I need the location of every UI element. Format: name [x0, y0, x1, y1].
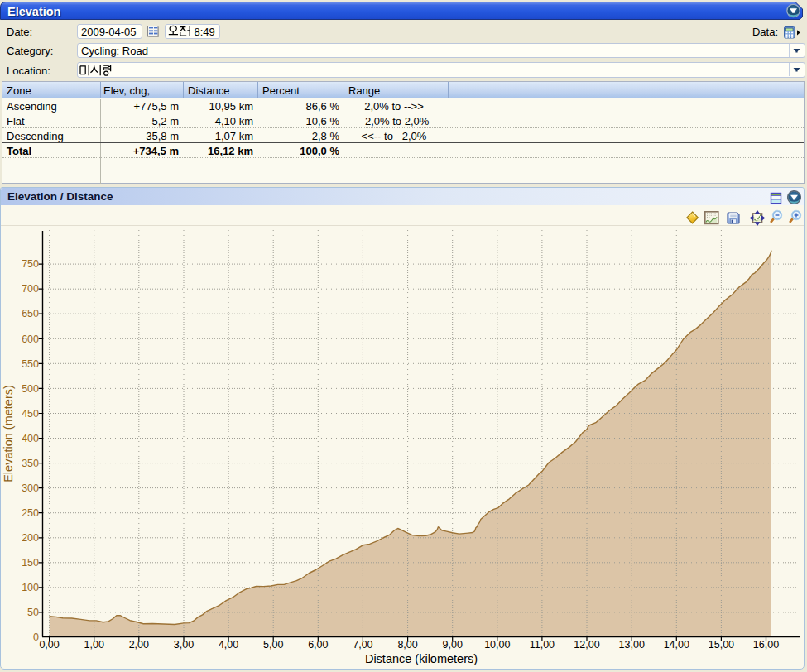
svg-text:7,00: 7,00 [353, 639, 372, 650]
svg-text:16,00: 16,00 [753, 639, 779, 650]
svg-text:200: 200 [22, 532, 39, 544]
svg-text:15,00: 15,00 [709, 639, 734, 650]
svg-text:1,00: 1,00 [84, 639, 104, 650]
svg-text:Elevation (meters): Elevation (meters) [2, 385, 15, 482]
svg-text:6,00: 6,00 [308, 639, 328, 650]
svg-text:5,00: 5,00 [263, 639, 283, 650]
svg-text:400: 400 [22, 433, 39, 444]
svg-text:250: 250 [22, 507, 39, 519]
svg-text:Elevation: Elevation [7, 5, 60, 18]
svg-text:Distance (kilometers): Distance (kilometers) [365, 652, 478, 665]
svg-text:150: 150 [22, 557, 39, 569]
svg-text:50: 50 [27, 607, 39, 618]
svg-text:14,00: 14,00 [664, 639, 689, 650]
svg-text:0: 0 [33, 631, 39, 643]
svg-text:350: 350 [22, 458, 39, 469]
svg-text:3,00: 3,00 [174, 639, 194, 650]
svg-text:300: 300 [22, 482, 39, 494]
svg-text:8:49: 8:49 [195, 26, 215, 38]
svg-text:700: 700 [22, 283, 39, 295]
svg-text:8,00: 8,00 [397, 639, 417, 650]
svg-text:2,00: 2,00 [129, 639, 149, 650]
svg-text:600: 600 [22, 334, 39, 345]
svg-text:12,00: 12,00 [574, 639, 599, 650]
svg-text:13,00: 13,00 [619, 639, 645, 650]
svg-text:4,00: 4,00 [219, 639, 238, 650]
svg-text:0,00: 0,00 [39, 639, 59, 650]
svg-text:11,00: 11,00 [530, 639, 555, 650]
svg-text:9,00: 9,00 [443, 639, 463, 650]
svg-text:500: 500 [22, 383, 39, 395]
svg-text:10,00: 10,00 [484, 639, 510, 650]
svg-text:750: 750 [22, 258, 39, 270]
svg-text:450: 450 [22, 408, 39, 420]
svg-text:550: 550 [22, 358, 39, 370]
svg-text:650: 650 [22, 308, 39, 319]
svg-text:100: 100 [22, 582, 39, 593]
